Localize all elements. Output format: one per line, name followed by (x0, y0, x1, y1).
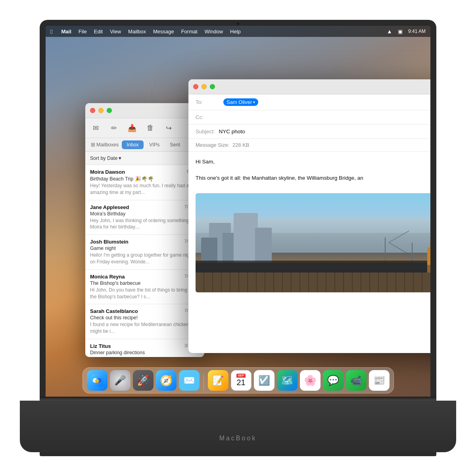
battery-icon: ▣ (398, 29, 403, 35)
mailboxes-label: Mailboxes (96, 142, 119, 148)
mail-item[interactable]: Josh Blumstein 7/13/18 Game night Hello!… (85, 235, 204, 270)
menubar-mailbox[interactable]: Mailbox (128, 29, 146, 35)
recipient-chip[interactable]: Sam Oliver ▾ (223, 98, 258, 106)
menubar-mail[interactable]: Mail (61, 29, 71, 35)
cc-field[interactable]: Cc: (188, 110, 430, 125)
dock-photos[interactable]: 🌸 (300, 370, 321, 391)
minimize-button[interactable] (98, 108, 104, 113)
mail-item[interactable]: Monica Reyna 7/13/18 The Bishop's barbec… (85, 270, 204, 305)
chevron-down-icon: ▾ (119, 155, 121, 161)
dock-calendar[interactable]: SEP 21 (231, 370, 251, 391)
menubar-message[interactable]: Message (153, 29, 174, 35)
mail-list: Moira Dawson 8/2/18 Birthday Beach Trip … (85, 165, 204, 357)
apple-menu[interactable]:  (50, 28, 52, 35)
recipient-name: Sam Oliver (226, 99, 252, 105)
mail-subject: Dinner parking directions (90, 350, 200, 355)
dock-safari[interactable]: 🧭 (156, 370, 177, 391)
screen-inner:  Mail File Edit View Mailbox Message Fo… (46, 26, 430, 397)
mail-titlebar (85, 103, 204, 118)
mail-toolbar: ✉ ✏ 📥 🗑 ↪ (85, 118, 204, 138)
mail-inbox-window: ✉ ✏ 📥 🗑 ↪ ⊞ Mailboxes Inbox VIPs Sent (85, 103, 204, 357)
mail-preview: Hello! I'm getting a group together for … (90, 252, 200, 265)
maximize-button[interactable] (107, 108, 112, 113)
dock-reminders[interactable]: ☑️ (254, 370, 274, 391)
compose-body[interactable]: Hi Sam, This one's got it all: the Manha… (188, 152, 430, 188)
dock-mail[interactable]: ✉️ (179, 370, 200, 391)
mail-icon-btn[interactable]: ✉ (89, 122, 102, 134)
compose-window: ✈ ☰▾ To: Sam Oliver ▾ Cc: (188, 79, 430, 353)
message-size-field: Message Size: 228 KB (188, 139, 430, 152)
mail-item[interactable]: Jane Appleseed 7/13/18 Moira's Birthday … (85, 200, 204, 235)
subject-value: NYC photo (219, 129, 245, 134)
mail-subject: Game night (90, 246, 200, 251)
screen-bezel:  Mail File Edit View Mailbox Message Fo… (40, 20, 436, 397)
dock-container: 😊 🎤 🚀 🧭 (46, 367, 430, 393)
menubar-window[interactable]: Window (205, 29, 223, 35)
menubar-edit[interactable]: Edit (94, 29, 103, 35)
menubar-view[interactable]: View (110, 29, 121, 35)
subject-field[interactable]: Subject: NYC photo (188, 125, 430, 139)
mail-item[interactable]: Liz Titus 3/19/18 Dinner parking directi… (85, 339, 204, 357)
to-label: To: (196, 99, 223, 105)
mail-sender: Liz Titus (90, 343, 111, 349)
dock-siri[interactable]: 🎤 (110, 370, 131, 391)
macbook-outer:  Mail File Edit View Mailbox Message Fo… (0, 0, 476, 476)
nyc-photo (196, 193, 430, 292)
dock-launchpad[interactable]: 🚀 (133, 370, 154, 391)
message-size-value: 228 KB (232, 142, 250, 148)
macbook-hinge (40, 397, 436, 401)
dropdown-arrow-icon: ▾ (253, 100, 255, 104)
mail-preview: Hey John, I was thinking of ordering som… (90, 217, 200, 231)
message-size-label: Message Size: (196, 142, 229, 148)
dock-messages[interactable]: 💬 (323, 370, 344, 391)
sent-tab[interactable]: Sent (165, 140, 185, 149)
menubar-help[interactable]: Help (230, 29, 241, 35)
move-icon-btn[interactable]: ↪ (162, 122, 175, 134)
dock: 😊 🎤 🚀 🧭 (83, 367, 394, 393)
to-field[interactable]: To: Sam Oliver ▾ (188, 94, 430, 110)
compose-titlebar: ✈ ☰▾ (188, 79, 430, 94)
body-greeting: Hi Sam, (196, 158, 430, 166)
mail-tabs-bar: ⊞ Mailboxes Inbox VIPs Sent Drafts (85, 138, 204, 152)
macbook-base: MacBook (20, 401, 456, 452)
mail-item[interactable]: Sarah Castelblanco 7/13/18 Check out thi… (85, 304, 204, 339)
dock-news[interactable]: 📰 (369, 370, 390, 391)
vips-tab[interactable]: VIPs (144, 140, 164, 149)
wifi-icon[interactable]: ▲ (387, 28, 392, 35)
mail-subject: The Bishop's barbecue (90, 280, 200, 286)
delete-icon-btn[interactable]: 🗑 (144, 122, 157, 134)
mail-sender: Sarah Castelblanco (90, 308, 138, 314)
macbook-label: MacBook (219, 435, 257, 442)
mail-subject: Birthday Beach Trip 🎉🌴🌴 (90, 176, 200, 182)
svg-text:😊: 😊 (95, 379, 100, 384)
compose-close-button[interactable] (193, 84, 198, 89)
compose-maximize-button[interactable] (210, 84, 215, 89)
mail-sender: Josh Blumstein (90, 239, 129, 245)
dock-notes[interactable]: 📝 (208, 370, 228, 391)
mail-sender: Jane Appleseed (90, 204, 129, 210)
dock-facetime[interactable]: 📹 (346, 370, 367, 391)
sort-label[interactable]: Sort by Date ▾ (90, 155, 121, 161)
cc-label: Cc: (196, 114, 223, 120)
mailboxes-tab[interactable]: ⊞ Mailboxes (88, 140, 121, 149)
mail-preview: Hey! Yesterday was so much fun. I really… (90, 182, 200, 196)
grid-icon: ⊞ (91, 142, 95, 148)
body-text: This one's got it all: the Manhattan sky… (196, 174, 430, 182)
mail-subject: Moira's Birthday (90, 211, 200, 217)
dock-finder[interactable]: 😊 (87, 370, 107, 391)
mail-sender: Moira Dawson (90, 169, 125, 175)
menubar-format[interactable]: Format (181, 29, 198, 35)
menubar:  Mail File Edit View Mailbox Message Fo… (46, 26, 430, 37)
inbox-tab[interactable]: Inbox (122, 140, 144, 149)
menubar-file[interactable]: File (79, 29, 87, 35)
dock-maps[interactable]: 🗺️ (277, 370, 298, 391)
close-button[interactable] (90, 108, 95, 113)
macbook-body:  Mail File Edit View Mailbox Message Fo… (20, 20, 456, 456)
mail-item[interactable]: Moira Dawson 8/2/18 Birthday Beach Trip … (85, 165, 204, 200)
dock-separator (203, 375, 204, 391)
compose-icon-btn[interactable]: ✏ (107, 122, 120, 134)
sort-bar: Sort by Date ▾ ◎ (85, 152, 204, 165)
archive-icon-btn[interactable]: 📥 (126, 122, 138, 134)
mail-sender: Monica Reyna (90, 274, 125, 280)
compose-minimize-button[interactable] (202, 84, 207, 89)
